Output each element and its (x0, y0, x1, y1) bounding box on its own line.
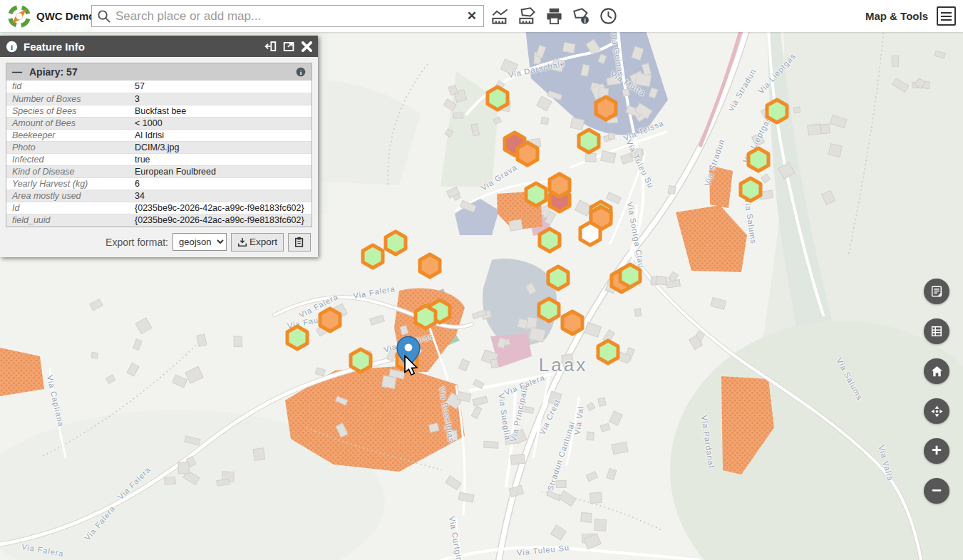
locate-position-button[interactable] (924, 398, 949, 424)
identify-region-tool-button[interactable]: i (567, 3, 594, 30)
attribute-value: {0235be9c-2026-42ac-a99c-f9e8183fc602} (129, 214, 311, 226)
report-edit-icon (930, 285, 943, 298)
app-title: QWC Demo (36, 10, 96, 22)
apiary-marker-green[interactable] (285, 324, 309, 351)
svg-text:i: i (584, 17, 585, 24)
attribute-value: 6 (129, 177, 311, 190)
attribute-label: Photo (6, 141, 129, 153)
attribute-value: Al Idrisi (129, 129, 311, 141)
attribute-value: {0235be9c-2026-42ac-a99c-f9e8183fc602} (129, 202, 311, 214)
export-row: Export format: geojson Export (6, 227, 312, 257)
feature-info-panel: i Feature Info — Apiary: 57 (0, 36, 318, 257)
identify-region-icon: i (572, 6, 591, 26)
app-logo: QWC Demo (7, 4, 96, 28)
apiary-marker-green[interactable] (537, 296, 561, 323)
export-format-label: Export format: (105, 237, 168, 248)
mouse-cursor (403, 355, 419, 376)
measure-line-tool-button[interactable] (486, 3, 513, 30)
apiary-marker-green[interactable] (596, 338, 620, 365)
apiary-marker-orange[interactable] (560, 309, 585, 336)
export-button-label: Export (249, 237, 277, 247)
time-manager-tool-button[interactable] (594, 3, 622, 30)
attribute-row: fid57 (6, 81, 311, 93)
attribute-value: 57 (129, 81, 311, 93)
zoom-out-button[interactable]: − (924, 478, 949, 504)
export-format-select[interactable]: geojson (172, 233, 227, 251)
apiary-marker-orange[interactable] (515, 140, 540, 167)
attribute-value: < 1000 (129, 117, 311, 129)
apiary-section-header[interactable]: — Apiary: 57 i (6, 63, 311, 81)
maximize-panel-button[interactable] (283, 41, 295, 52)
apiary-marker-orange[interactable] (418, 252, 442, 279)
apiary-marker-green[interactable] (546, 264, 570, 291)
attribute-label: Species of Bees (6, 105, 129, 117)
plus-icon: + (932, 442, 942, 459)
attribute-label: Beekeeper (6, 129, 129, 141)
apiary-marker-orange[interactable] (594, 95, 618, 122)
apiary-marker-green[interactable] (746, 146, 771, 173)
attribute-row: Species of BeesBuckfast bee (6, 105, 311, 117)
apiary-marker-white[interactable] (578, 220, 602, 247)
apiary-marker-green[interactable] (361, 243, 385, 270)
topbar-right: Map & Tools (865, 0, 956, 32)
apiary-marker-green[interactable] (413, 304, 438, 331)
home-extent-button[interactable] (924, 358, 949, 384)
search-input[interactable] (115, 9, 460, 24)
table-icon (930, 325, 943, 338)
attribute-row: field_uuid{0235be9c-2026-42ac-a99c-f9e81… (6, 214, 311, 226)
attribute-label: fid (6, 81, 129, 93)
attribute-value: DCIM/3.jpg (129, 141, 311, 153)
apiary-section: — Apiary: 57 i fid57Number of Boxes3Spec… (6, 63, 312, 227)
apiary-marker-orange[interactable] (318, 306, 342, 333)
attribute-row: Amount of Bees< 1000 (6, 117, 311, 129)
feature-info-badge-icon[interactable]: i (296, 67, 306, 77)
menu-label: Map & Tools (865, 10, 928, 22)
attribute-label: Id (6, 202, 129, 214)
attribute-label: field_uuid (6, 214, 129, 226)
export-button[interactable]: Export (231, 233, 284, 252)
apiary-marker-green[interactable] (485, 85, 510, 112)
panel-title: Feature Info (24, 41, 258, 53)
attribute-table: fid57Number of Boxes3Species of BeesBuck… (6, 81, 311, 227)
collapse-icon[interactable]: — (12, 66, 22, 78)
locate-icon (930, 405, 944, 418)
attribute-row: PhotoDCIM/3.jpg (6, 141, 311, 153)
apiary-marker-green[interactable] (577, 128, 601, 155)
report-edit-button[interactable] (924, 279, 949, 304)
print-tool-button[interactable] (540, 3, 567, 30)
apiary-marker-green[interactable] (524, 181, 548, 208)
hamburger-icon (941, 12, 952, 14)
measure-area-tool-button[interactable] (513, 3, 540, 30)
qwc-compass-icon (7, 4, 31, 28)
attribute-value: European Foulbreed (129, 165, 311, 177)
search-box[interactable]: ✕ (91, 5, 484, 27)
print-icon (545, 6, 564, 26)
attribute-label: Number of Boxes (6, 93, 129, 105)
attribute-label: Area mostly used (6, 190, 129, 202)
home-icon (930, 365, 944, 378)
minus-icon: − (932, 482, 942, 499)
dock-panel-button[interactable] (264, 41, 277, 52)
copy-to-clipboard-button[interactable] (288, 233, 311, 252)
apiary-marker-orange[interactable] (547, 172, 572, 199)
attribute-label: Amount of Bees (6, 117, 129, 129)
attribute-table-button[interactable] (924, 318, 949, 344)
search-clear-icon[interactable]: ✕ (460, 9, 483, 24)
apiary-marker-green[interactable] (738, 176, 763, 203)
apiary-marker-green[interactable] (383, 229, 408, 256)
menu-button[interactable] (937, 6, 956, 26)
apiary-marker-green[interactable] (349, 347, 373, 374)
attribute-row: Id{0235be9c-2026-42ac-a99c-f9e8183fc602} (6, 202, 311, 214)
apiary-marker-green[interactable] (537, 227, 562, 254)
app-topbar: QWC Demo ✕ (0, 0, 963, 32)
apiary-marker-green[interactable] (618, 262, 642, 289)
attribute-label: Yearly Harvest (kg) (6, 177, 129, 190)
download-icon (237, 237, 247, 247)
toolbar: i (486, 0, 622, 32)
apiary-marker-green[interactable] (765, 98, 789, 125)
close-panel-button[interactable] (302, 41, 312, 52)
attribute-value: 3 (129, 93, 311, 105)
attribute-row: Number of Boxes3 (6, 93, 311, 105)
zoom-in-button[interactable]: + (924, 438, 949, 464)
feature-info-header[interactable]: i Feature Info (0, 36, 318, 57)
